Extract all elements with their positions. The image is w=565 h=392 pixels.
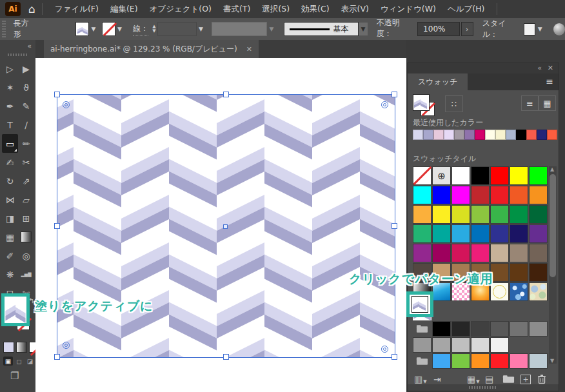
selection-handle[interactable] — [54, 354, 60, 360]
new-swatch-button[interactable]: + — [520, 375, 531, 384]
swatch-cell[interactable] — [490, 205, 509, 224]
recent-color-swatch[interactable] — [495, 130, 506, 140]
column-graph-tool[interactable]: ▂▅▇ — [18, 265, 34, 284]
selection-tool[interactable]: ▷ — [2, 59, 18, 78]
draw-inside-button[interactable]: ◪ — [25, 357, 35, 366]
selected-pattern-swatch[interactable] — [411, 296, 428, 313]
recent-color-swatch[interactable] — [413, 130, 423, 140]
swatch-cell[interactable] — [490, 337, 509, 353]
swatch-cell[interactable] — [471, 337, 490, 353]
opacity-field[interactable]: 100% — [417, 22, 459, 36]
menu-item-help[interactable]: ヘルプ(H) — [442, 0, 491, 18]
add-to-library-button[interactable]: ⇥ — [433, 374, 441, 384]
swatch-cell[interactable] — [510, 186, 528, 204]
opacity-more-button[interactable]: › — [461, 22, 473, 36]
swatch-cell[interactable] — [490, 321, 509, 337]
stroke-color-swatch[interactable] — [102, 22, 115, 36]
selection-handle[interactable] — [223, 354, 229, 360]
swatch-cell[interactable] — [413, 244, 431, 262]
recent-color-swatch[interactable] — [547, 130, 557, 140]
line-segment-tool[interactable]: ∕ — [18, 115, 34, 134]
stroke-width-stepper[interactable]: ▲▼ — [152, 24, 155, 34]
swatch-cell[interactable] — [490, 244, 509, 262]
paintbrush-tool[interactable]: ✏ — [18, 134, 34, 153]
scissors-tool[interactable]: ✂ — [18, 153, 34, 172]
swatch-cell[interactable] — [451, 353, 470, 369]
corner-widget-icon[interactable] — [63, 342, 70, 349]
selection-handle[interactable] — [54, 223, 60, 229]
recent-color-swatch[interactable] — [516, 130, 526, 140]
lasso-tool[interactable]: ϑ — [18, 78, 34, 97]
menu-item-file[interactable]: ファイル(F) — [49, 0, 104, 18]
new-color-group-button[interactable] — [502, 375, 515, 384]
globe-icon[interactable] — [553, 23, 565, 35]
swatch-options-button[interactable]: ▤ — [485, 374, 493, 384]
pen-tool[interactable]: ✒ — [2, 97, 18, 115]
swatch-cell[interactable] — [451, 337, 470, 353]
fill-dropdown-caret-icon[interactable]: ▼ — [89, 23, 97, 35]
menu-item-object[interactable]: オブジェクト(O) — [144, 0, 217, 18]
swatch-registration[interactable]: ⊕ — [432, 166, 451, 185]
panel-resize-grip[interactable] — [469, 386, 497, 389]
swatch-cell[interactable] — [510, 263, 528, 282]
draw-behind-button[interactable]: ◻ — [14, 357, 24, 366]
recent-color-swatch[interactable] — [485, 130, 495, 140]
color-group-folder-icon[interactable] — [413, 353, 431, 369]
swatch-cell[interactable] — [529, 205, 548, 224]
selection-handle[interactable] — [392, 354, 397, 360]
type-tool[interactable]: T — [2, 115, 18, 134]
swatch-cell[interactable] — [413, 186, 431, 204]
menu-item-view[interactable]: 表示(V) — [335, 0, 375, 18]
swatch-cell[interactable] — [490, 166, 509, 185]
draw-normal-button[interactable]: ▣ — [3, 357, 13, 366]
brush-definition-select[interactable]: 基本 — [284, 22, 359, 36]
panel-resize-bar[interactable] — [408, 384, 559, 391]
corner-widget-icon[interactable] — [63, 101, 70, 108]
direct-selection-tool[interactable]: ▶ — [18, 59, 34, 78]
width-tool[interactable]: ⋈ — [2, 190, 18, 209]
panel-close-icon[interactable]: ✕ — [548, 63, 553, 74]
recent-color-swatch[interactable] — [475, 130, 485, 140]
control-bar-grip[interactable] — [2, 21, 6, 37]
swatch-cell[interactable] — [529, 224, 548, 243]
recent-color-swatch[interactable] — [454, 130, 464, 140]
fill-color-swatch[interactable] — [75, 22, 89, 36]
eyedropper-tool[interactable]: ✐ — [2, 246, 18, 265]
recent-color-swatch[interactable] — [433, 130, 444, 140]
swatch-cell[interactable] — [510, 166, 528, 185]
swatch-cell[interactable] — [432, 353, 451, 369]
scrollbar[interactable]: ▲ ▼ — [549, 166, 557, 364]
scroll-thumb[interactable] — [550, 174, 556, 277]
screen-mode-button[interactable]: ❐ — [10, 370, 19, 382]
center-point[interactable] — [223, 224, 228, 229]
perspective-grid-tool[interactable]: ⊞ — [18, 209, 34, 228]
rotate-tool[interactable]: ↻ — [2, 172, 18, 190]
swatch-cell[interactable] — [471, 186, 490, 204]
mesh-tool[interactable]: ▦ — [2, 228, 18, 246]
swatch-cell[interactable] — [529, 263, 548, 282]
delete-swatch-button[interactable] — [537, 374, 546, 384]
swatch-cell[interactable] — [529, 186, 548, 204]
menu-item-type[interactable]: 書式(T) — [217, 0, 256, 18]
shape-builder-tool[interactable]: ◨ — [2, 209, 18, 228]
menu-item-select[interactable]: 選択(S) — [256, 0, 295, 18]
swatch-cell[interactable] — [471, 224, 490, 243]
scroll-up-icon[interactable]: ▲ — [550, 166, 554, 172]
swatch-cell[interactable] — [432, 224, 451, 243]
swatch-cell[interactable] — [471, 166, 490, 185]
stroke-link[interactable]: 線： — [133, 23, 148, 35]
menu-item-edit[interactable]: 編集(E) — [104, 0, 144, 18]
document-tab[interactable]: ai-herringbone.ai* @ 129.23 % (RGB/プレビュー… — [44, 40, 259, 58]
free-transform-tool[interactable]: ▱ — [18, 190, 34, 209]
swatch-cell[interactable] — [413, 337, 431, 353]
swatch-cell[interactable] — [471, 321, 490, 337]
blend-tool[interactable]: ◎ — [18, 246, 34, 265]
swatch-cell[interactable] — [510, 353, 528, 369]
swatch-cell[interactable] — [471, 244, 490, 262]
grid-view-button[interactable]: ▦ — [539, 95, 556, 111]
scroll-down-icon[interactable]: ▼ — [550, 358, 554, 364]
scale-tool[interactable]: ⇗ — [18, 172, 34, 190]
gradient-tool[interactable] — [18, 228, 34, 246]
canvas[interactable] — [35, 58, 406, 392]
gradient-button[interactable] — [16, 342, 27, 353]
